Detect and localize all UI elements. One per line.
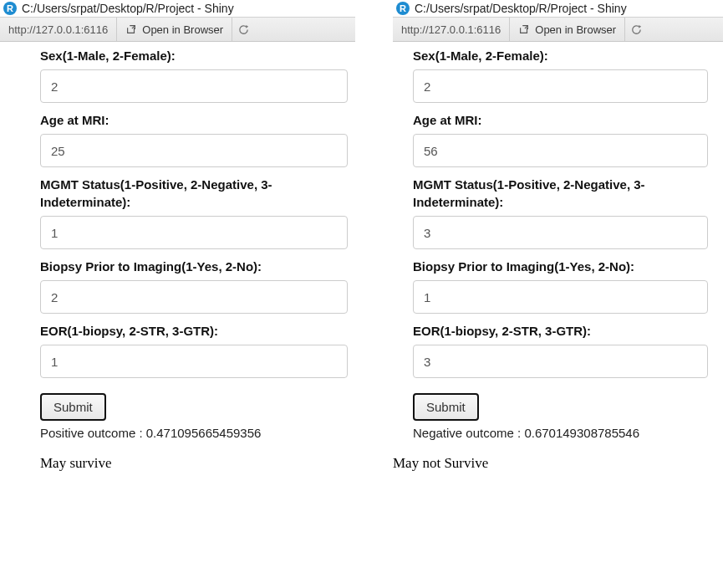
outcome-text: Negative outcome : 0.670149308785546 xyxy=(413,426,708,440)
toolbar: http://127.0.0.1:6116 Open in Browser xyxy=(0,17,355,42)
caption: May survive xyxy=(0,455,368,472)
field-eor: EOR(1-biopsy, 2-STR, 3-GTR): xyxy=(413,322,708,378)
pane-left: R C:/Users/srpat/Desktop/R/Project - Shi… xyxy=(0,0,368,578)
field-biopsy: Biopsy Prior to Imaging(1-Yes, 2-No): xyxy=(413,258,708,314)
field-sex: Sex(1-Male, 2-Female): xyxy=(413,47,708,103)
popout-icon xyxy=(125,23,137,35)
popout-icon xyxy=(518,23,530,35)
address-bar[interactable]: http://127.0.0.1:6116 xyxy=(393,18,510,41)
open-in-browser-button[interactable]: Open in Browser xyxy=(117,18,232,41)
field-biopsy: Biopsy Prior to Imaging(1-Yes, 2-No): xyxy=(40,258,348,314)
outcome-text: Positive outcome : 0.471095665459356 xyxy=(40,426,348,440)
input-age[interactable] xyxy=(40,134,348,167)
open-browser-label: Open in Browser xyxy=(535,23,616,36)
caption: May not Survive xyxy=(393,455,728,472)
form-area: Sex(1-Male, 2-Female): Age at MRI: MGMT … xyxy=(393,42,728,440)
window-title: C:/Users/srpat/Desktop/R/Project - Shiny xyxy=(415,2,627,15)
label-sex: Sex(1-Male, 2-Female): xyxy=(40,47,348,64)
address-bar[interactable]: http://127.0.0.1:6116 xyxy=(0,18,117,41)
window-title: C:/Users/srpat/Desktop/R/Project - Shiny xyxy=(22,2,234,15)
r-icon: R xyxy=(396,2,410,15)
input-eor[interactable] xyxy=(40,345,348,378)
label-age: Age at MRI: xyxy=(413,111,708,129)
label-biopsy: Biopsy Prior to Imaging(1-Yes, 2-No): xyxy=(40,258,348,275)
r-icon: R xyxy=(3,2,17,15)
label-eor: EOR(1-biopsy, 2-STR, 3-GTR): xyxy=(40,322,348,340)
field-age: Age at MRI: xyxy=(40,111,348,167)
field-mgmt: MGMT Status(1-Positive, 2-Negative, 3-In… xyxy=(40,176,348,249)
input-mgmt[interactable] xyxy=(413,216,708,249)
input-sex[interactable] xyxy=(413,69,708,103)
submit-button[interactable]: Submit xyxy=(40,393,106,421)
label-mgmt: MGMT Status(1-Positive, 2-Negative, 3-In… xyxy=(40,176,348,211)
field-mgmt: MGMT Status(1-Positive, 2-Negative, 3-In… xyxy=(413,176,708,249)
input-sex[interactable] xyxy=(40,69,348,103)
label-sex: Sex(1-Male, 2-Female): xyxy=(413,47,708,64)
submit-button[interactable]: Submit xyxy=(413,393,479,421)
field-age: Age at MRI: xyxy=(413,111,708,167)
window-title-bar: R C:/Users/srpat/Desktop/R/Project - Shi… xyxy=(393,0,723,17)
field-sex: Sex(1-Male, 2-Female): xyxy=(40,47,348,103)
pane-right: R C:/Users/srpat/Desktop/R/Project - Shi… xyxy=(368,0,728,578)
open-in-browser-button[interactable]: Open in Browser xyxy=(510,18,625,41)
label-eor: EOR(1-biopsy, 2-STR, 3-GTR): xyxy=(413,322,708,340)
toolbar: http://127.0.0.1:6116 Open in Browser xyxy=(393,17,723,42)
input-age[interactable] xyxy=(413,134,708,167)
label-age: Age at MRI: xyxy=(40,111,348,129)
form-area: Sex(1-Male, 2-Female): Age at MRI: MGMT … xyxy=(0,42,368,440)
window-title-bar: R C:/Users/srpat/Desktop/R/Project - Shi… xyxy=(0,0,355,17)
input-biopsy[interactable] xyxy=(40,280,348,314)
input-eor[interactable] xyxy=(413,345,708,378)
input-biopsy[interactable] xyxy=(413,280,708,314)
reload-button[interactable] xyxy=(625,18,647,41)
input-mgmt[interactable] xyxy=(40,216,348,249)
label-biopsy: Biopsy Prior to Imaging(1-Yes, 2-No): xyxy=(413,258,708,275)
open-browser-label: Open in Browser xyxy=(142,23,223,36)
reload-button[interactable] xyxy=(232,18,254,41)
label-mgmt: MGMT Status(1-Positive, 2-Negative, 3-In… xyxy=(413,176,708,211)
field-eor: EOR(1-biopsy, 2-STR, 3-GTR): xyxy=(40,322,348,378)
